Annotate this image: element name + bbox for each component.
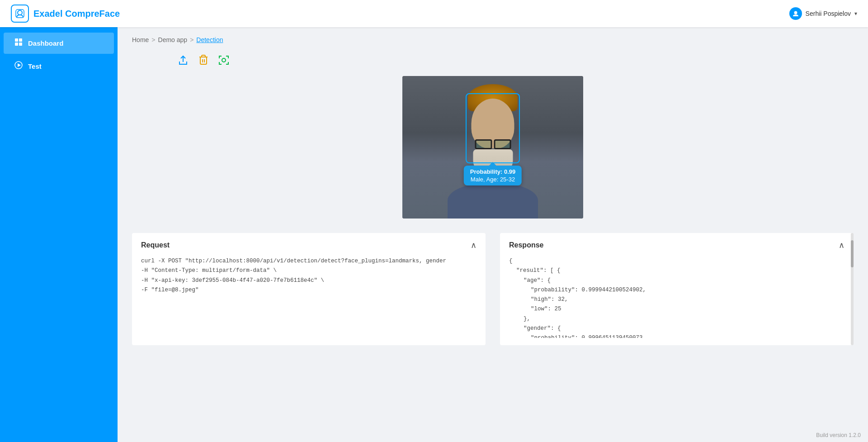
request-panel-toggle[interactable]: ∧ bbox=[471, 240, 476, 250]
dashboard-icon bbox=[14, 38, 23, 48]
glass-right bbox=[494, 139, 511, 149]
detect-icon bbox=[218, 54, 230, 69]
request-line-4: -F "file=@8.jpeg" bbox=[141, 285, 476, 295]
breadcrumb-sep-2: > bbox=[190, 36, 193, 43]
sidebar-item-dashboard[interactable]: Dashboard bbox=[4, 33, 114, 54]
svg-rect-9 bbox=[200, 57, 207, 64]
logo: Exadel CompreFace bbox=[11, 5, 120, 23]
response-line-3: "age": { bbox=[509, 276, 844, 285]
breadcrumb: Home > Demo app > Detection bbox=[132, 36, 854, 43]
response-line-2: "result": [ { bbox=[509, 266, 844, 276]
svg-point-0 bbox=[18, 10, 22, 15]
response-line-5: "high": 32, bbox=[509, 295, 844, 304]
main-content: Home > Demo app > Detection bbox=[118, 27, 868, 442]
test-icon bbox=[14, 61, 23, 71]
response-code: { "result": [ { "age": { "probability": … bbox=[509, 257, 844, 338]
sidebar: Dashboard Test bbox=[0, 27, 118, 442]
person-glasses bbox=[472, 139, 513, 149]
image-display-area: Probability: 0.99 Male, Age: 25-32 bbox=[132, 76, 854, 219]
detection-tooltip: Probability: 0.99 Male, Age: 25-32 bbox=[464, 166, 522, 185]
user-name: Serhii Pospielov bbox=[806, 10, 851, 17]
info-panels: Request ∧ curl -X POST "http://localhost… bbox=[132, 233, 854, 345]
build-version: Build version 1.2.0 bbox=[816, 432, 861, 438]
response-line-7: }, bbox=[509, 314, 844, 324]
svg-marker-8 bbox=[18, 63, 21, 67]
response-line-1: { bbox=[509, 257, 844, 266]
request-line-1: curl -X POST "http://localhost:8000/api/… bbox=[141, 257, 476, 266]
svg-rect-3 bbox=[15, 38, 18, 42]
response-code-container: { "result": [ { "age": { "probability": … bbox=[509, 257, 844, 338]
person-body bbox=[448, 182, 538, 219]
chevron-down-icon: ▾ bbox=[854, 10, 857, 17]
logo-text: Exadel CompreFace bbox=[33, 9, 120, 19]
age-label: Male, Age: 25-32 bbox=[470, 176, 515, 183]
request-panel-title: Request bbox=[141, 241, 170, 249]
probability-label: Probability: 0.99 bbox=[470, 168, 515, 175]
svg-point-2 bbox=[794, 11, 797, 14]
sidebar-dashboard-label: Dashboard bbox=[28, 39, 63, 47]
request-code: curl -X POST "http://localhost:8000/api/… bbox=[141, 257, 476, 295]
svg-rect-5 bbox=[15, 43, 18, 46]
request-panel: Request ∧ curl -X POST "http://localhost… bbox=[132, 233, 486, 345]
svg-rect-4 bbox=[19, 38, 22, 42]
glass-left bbox=[475, 139, 492, 149]
response-panel-title: Response bbox=[509, 241, 543, 249]
person-head bbox=[472, 99, 514, 148]
delete-button[interactable] bbox=[198, 54, 209, 69]
response-panel-toggle[interactable]: ∧ bbox=[839, 240, 844, 250]
response-panel: Response ∧ { "result": [ { "age": { "pro… bbox=[500, 233, 854, 345]
scrollbar-thumb bbox=[851, 240, 854, 267]
breadcrumb-current: Detection bbox=[196, 36, 223, 43]
request-line-2: -H "Content-Type: multipart/form-data" \ bbox=[141, 266, 476, 276]
svg-point-12 bbox=[222, 58, 226, 62]
response-panel-header: Response ∧ bbox=[509, 240, 844, 250]
person-image: Probability: 0.99 Male, Age: 25-32 bbox=[402, 76, 583, 219]
response-line-6: "low": 25 bbox=[509, 304, 844, 314]
svg-rect-6 bbox=[19, 43, 22, 46]
sidebar-test-label: Test bbox=[28, 62, 42, 70]
sidebar-item-test[interactable]: Test bbox=[4, 56, 114, 77]
upload-button[interactable] bbox=[177, 54, 189, 69]
breadcrumb-sep-1: > bbox=[151, 36, 155, 43]
response-line-8: "gender": { bbox=[509, 324, 844, 333]
response-line-9: "probability": 0.9996451139450073, bbox=[509, 333, 844, 338]
toolbar bbox=[177, 54, 854, 69]
trash-icon bbox=[198, 54, 209, 69]
response-line-4: "probability": 0.9999442100524902, bbox=[509, 285, 844, 295]
request-line-3: -H "x-api-key: 3def2955-084b-4f47-a020-7… bbox=[141, 276, 476, 285]
avatar bbox=[789, 7, 802, 20]
user-menu[interactable]: Serhii Pospielov ▾ bbox=[789, 7, 857, 20]
app-header: Exadel CompreFace Serhii Pospielov ▾ bbox=[0, 0, 868, 27]
request-panel-header: Request ∧ bbox=[141, 240, 476, 250]
image-container: Probability: 0.99 Male, Age: 25-32 bbox=[402, 76, 583, 219]
logo-icon bbox=[11, 5, 29, 23]
main-layout: Dashboard Test Home > Demo app > Detecti… bbox=[0, 27, 868, 442]
scrollbar-track bbox=[851, 233, 854, 345]
upload-icon bbox=[177, 54, 189, 69]
detect-button[interactable] bbox=[218, 54, 230, 69]
breadcrumb-demo[interactable]: Demo app bbox=[158, 36, 188, 43]
breadcrumb-home[interactable]: Home bbox=[132, 36, 149, 43]
